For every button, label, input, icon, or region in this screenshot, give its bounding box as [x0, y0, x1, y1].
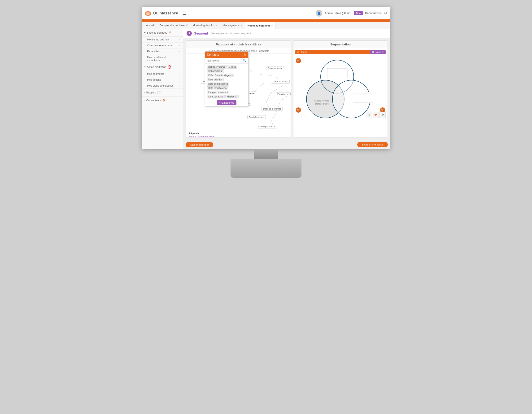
tab-close-monitoring[interactable]: ✕: [216, 24, 218, 27]
user-avatar: 👤: [316, 10, 322, 17]
main-layout: ▾ Base de données 🗄 Monitoring des flux …: [142, 29, 390, 149]
svg-text:Glissez ici votre: Glissez ici votre: [314, 100, 329, 102]
logout-link[interactable]: Déconnexion: [365, 12, 382, 15]
sidebar-database-label: Base de données: [147, 31, 167, 34]
contacts-tags: Boutiq. Préférée Civilité Collaborateur …: [205, 64, 248, 99]
contacts-search: 🔍: [205, 58, 248, 64]
tabs-row: Accueil Comprendre ma base ✕ Monitoring …: [142, 22, 390, 29]
contacts-popup-close[interactable]: ✕: [244, 53, 246, 57]
segmentation-area: ⊕ Effacer 🖥 Compter: [294, 48, 388, 119]
tag-master-id[interactable]: Master ID: [225, 95, 238, 98]
tag-lieu[interactable]: Lieu 1er achat: [207, 95, 225, 98]
connecteurs-icon: ⚙: [162, 98, 165, 102]
legend-open-join: Jointure ouverte :: [189, 135, 288, 137]
monitor-stand: [230, 159, 302, 178]
content-area: S Segment Mes segments › Nouveau segment…: [183, 29, 390, 149]
segment-header: S Segment Mes segments › Nouveau segment: [183, 29, 390, 38]
sidebar-section-marketing[interactable]: ▾ Action marketing 🎯: [142, 63, 183, 71]
node-etablissement[interactable]: Établissement: [276, 92, 291, 96]
left-panel-title: Parcourir et choisir les critères: [186, 41, 291, 48]
segment-icon: S: [187, 31, 192, 36]
user-name: Admin Dème (Démo): [325, 12, 351, 15]
workspace: Parcourir et choisir les critères Vous a…: [183, 38, 390, 140]
monitor-frame: Q Quintessence ☰ 👤 Admin Dème (Démo) Aid…: [142, 7, 390, 149]
compter-button[interactable]: 🖥 Compter: [370, 50, 386, 54]
orange-bar: [142, 19, 390, 22]
sidebar-item-mes-actions[interactable]: Mes actions ›: [142, 77, 183, 83]
icon-table[interactable]: ⊞: [366, 112, 372, 118]
database-icon: 🗄: [168, 31, 172, 35]
tag-date-creation[interactable]: Date création: [207, 78, 224, 81]
svg-text:premier critère: premier critère: [315, 103, 329, 105]
right-panel-title: Segmentation: [294, 41, 388, 48]
top-nav: Q Quintessence ☰ 👤 Admin Dème (Démo) Aid…: [142, 7, 390, 19]
tag-crea[interactable]: Créa. Compte Magento: [207, 74, 234, 77]
tab-monitoring[interactable]: Monitoring des flux ✕: [190, 22, 220, 29]
sidebar-item-comprendre[interactable]: Comprendre ma base ›: [142, 43, 183, 48]
rapport-icon: 📊: [157, 91, 161, 94]
tag-date-modif[interactable]: Date modification: [207, 86, 228, 90]
svg-line-3: [254, 74, 276, 76]
contacts-popup-title: Contacts: [207, 53, 219, 56]
node-produits[interactable]: Produits service: [247, 115, 266, 119]
segment-title: Segment: [194, 31, 208, 35]
tab-close-comprendre[interactable]: ✕: [186, 24, 188, 27]
icon-share[interactable]: ↗: [380, 112, 386, 118]
svg-line-8: [266, 93, 271, 102]
logo-icon: Q: [145, 10, 151, 17]
sidebar-item-mes-segments[interactable]: Mes segments ›: [142, 71, 183, 77]
tab-accueil[interactable]: Accueil: [144, 22, 157, 29]
sidebar-section-database[interactable]: ▾ Base de données 🗄: [142, 29, 183, 37]
creer-action-button[interactable]: ⊕ Créer une action: [357, 142, 388, 147]
search-btn-top[interactable]: 🔍: [296, 58, 301, 63]
node-catalogue[interactable]: Catalogue produit: [257, 125, 277, 128]
tab-nouveau-segment[interactable]: Nouveau segment ✕: [245, 22, 276, 29]
monitor-neck: [254, 149, 278, 159]
hamburger-icon[interactable]: ☰: [183, 11, 187, 16]
sidebar-section-rapport[interactable]: › Rapport 📊: [142, 89, 183, 96]
sidebar-connecteurs-label: Connecteurs: [146, 99, 161, 102]
tab-segments[interactable]: Mes segments ✕: [220, 22, 245, 29]
tag-civilite[interactable]: Civilité: [228, 65, 237, 69]
search-btn-bottom-left[interactable]: 🔍: [296, 107, 301, 113]
node-canal[interactable]: Canal de ventes: [271, 80, 290, 84]
node-contenu-postal[interactable]: Contenu postal: [266, 66, 284, 70]
svg-line-2: [254, 74, 264, 83]
node-ventes[interactable]: Ventes: [247, 92, 257, 95]
svg-text:Q: Q: [147, 12, 148, 15]
monitor-stand-area: [0, 149, 532, 178]
node-desir[interactable]: Désir de la wishlist: [262, 107, 283, 111]
sidebar-item-plans[interactable]: Mes plans de sélection ›: [142, 83, 183, 89]
bottom-icons: ⊞ ❤ ↗: [366, 112, 386, 118]
gear-icon[interactable]: ⚙: [384, 11, 387, 15]
sidebar-section-connecteurs[interactable]: › Connecteurs ⚙: [142, 96, 183, 104]
tag-date-naissance[interactable]: Date de naissance: [207, 82, 229, 86]
contacts-search-input[interactable]: [207, 59, 242, 62]
svg-rect-21: [353, 93, 373, 103]
sidebar: ▾ Base de données 🗄 Monitoring des flux …: [142, 29, 183, 149]
tag-boutiq[interactable]: Boutiq. Préférée: [207, 65, 227, 69]
categories-button[interactable]: ● Catégories: [217, 100, 237, 105]
legend-open-line: [189, 136, 196, 137]
help-button[interactable]: Aide: [354, 11, 363, 15]
circles-svg: Glissez ici votre premier critère: [294, 55, 388, 122]
contacts-popup: Contacts ✕ 🔍 Boutiq. Préférée Civilité C…: [205, 51, 248, 106]
tab-close-nouveau[interactable]: ✕: [271, 24, 273, 27]
sidebar-item-fiche[interactable]: Fiche client ›: [142, 48, 183, 54]
legend-open-text: Jointure ouverte :: [198, 135, 216, 137]
sidebar-item-monitoring[interactable]: Monitoring des flux ›: [142, 37, 183, 43]
logo-area: Q Quintessence ☰: [145, 10, 187, 17]
tag-collaborateur[interactable]: Collaborateur: [207, 69, 224, 73]
contacts-search-icon: 🔍: [243, 59, 246, 62]
tab-comprendre[interactable]: Comprendre ma base ✕: [157, 22, 190, 29]
sidebar-item-requetes[interactable]: Mes requêtes et extractions ›: [142, 54, 183, 63]
valider-button[interactable]: Valider et fermer: [186, 142, 213, 147]
sidebar-marketing-label: Action marketing: [147, 66, 166, 68]
svg-line-6: [271, 86, 283, 93]
icon-heart[interactable]: ❤: [373, 112, 379, 118]
tab-close-segments[interactable]: ✕: [241, 24, 243, 27]
breadcrumb: Mes segments › Nouveau segment: [210, 32, 251, 35]
svg-rect-20: [327, 68, 347, 78]
tag-langue[interactable]: Langue du contact: [207, 91, 229, 94]
contacts-popup-header: Contacts ✕: [205, 52, 248, 58]
